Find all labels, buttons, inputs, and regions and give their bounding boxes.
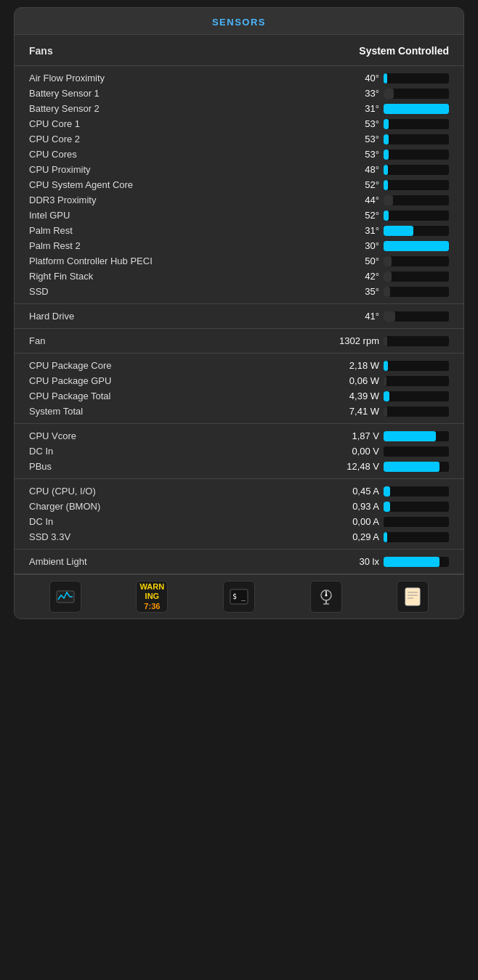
sensor-bar <box>384 195 449 205</box>
hard-drive-label: Hard Drive <box>29 311 328 322</box>
sensor-bar <box>384 287 449 297</box>
sensor-value: 4,39 W <box>328 391 379 401</box>
sensor-name: DDR3 Proximity <box>29 195 328 205</box>
fans-header: Fans System Controlled <box>15 39 463 61</box>
sensor-name: Platform Controller Hub PECI <box>29 256 328 266</box>
sensor-row: CPU Vcore 1,87 V <box>15 428 463 444</box>
fans-value: System Controlled <box>359 45 449 57</box>
activity-monitor-icon[interactable] <box>49 581 81 613</box>
sensor-value: 7,41 W <box>328 406 379 417</box>
sensor-name: CPU (CPU, I/O) <box>29 486 328 497</box>
sensor-bar <box>384 134 449 144</box>
sensor-value: 53° <box>328 118 379 129</box>
sensor-name: DC In <box>29 446 328 457</box>
title-bar: SENSORS <box>15 8 463 35</box>
app-title: SENSORS <box>212 17 266 28</box>
sensor-value: 53° <box>328 134 379 144</box>
ambient-label: Ambient Light <box>29 556 328 567</box>
terminal-icon[interactable]: $ _ <box>223 581 255 613</box>
sensor-name: System Total <box>29 406 328 417</box>
sensor-bar <box>384 226 449 236</box>
fans-section: Fans System Controlled <box>15 35 463 66</box>
sensor-row: Right Fin Stack 42° <box>15 269 463 284</box>
sensor-bar <box>384 407 449 417</box>
sensor-bar <box>384 104 449 114</box>
sensor-name: SSD 3.3V <box>29 531 328 542</box>
power-section: CPU Package Core 2,18 W CPU Package GPU … <box>15 354 463 424</box>
svg-text:$ _: $ _ <box>232 592 246 601</box>
bottom-toolbar: WARNING7:36$ _ <box>15 574 463 618</box>
sensor-value: 0,29 A <box>328 531 379 542</box>
sensor-bar <box>384 462 449 472</box>
sensor-value: 1,87 V <box>328 430 379 441</box>
sensor-row: Air Flow Proximity 40° <box>15 70 463 86</box>
sensor-bar <box>384 89 449 99</box>
console-icon[interactable]: WARNING7:36 <box>136 581 168 613</box>
instruments-icon[interactable] <box>310 581 342 613</box>
sensor-name: CPU Core 2 <box>29 134 328 144</box>
sensor-name: Intel GPU <box>29 210 328 221</box>
script-editor-icon[interactable] <box>397 581 429 613</box>
sensor-name: PBus <box>29 461 328 472</box>
sensor-row: Charger (BMON) 0,93 A <box>15 499 463 514</box>
sensor-name: CPU Proximity <box>29 164 328 175</box>
fan-label: Fan <box>29 335 328 346</box>
sensor-row: CPU Core 1 53° <box>15 116 463 131</box>
sensor-name: Right Fin Stack <box>29 271 328 282</box>
hard-drive-section: Hard Drive 41° <box>15 304 463 329</box>
sensor-row: DC In 0,00 A <box>15 514 463 529</box>
sensor-row: CPU Proximity 48° <box>15 162 463 177</box>
sensor-name: CPU Package Total <box>29 391 328 401</box>
sensor-row: SSD 35° <box>15 284 463 299</box>
sensor-name: CPU Package GPU <box>29 375 328 386</box>
sensor-value: 12,48 V <box>328 461 379 472</box>
sensor-name: Palm Rest 2 <box>29 240 328 251</box>
sensor-bar <box>384 165 449 175</box>
sensor-row: Palm Rest 2 30° <box>15 238 463 253</box>
sensor-name: CPU System Agent Core <box>29 179 328 190</box>
sensor-bar <box>384 446 449 457</box>
sensor-row: DC In 0,00 V <box>15 444 463 459</box>
voltage-section: CPU Vcore 1,87 V DC In 0,00 V PBus 12,48… <box>15 424 463 479</box>
hard-drive-value: 41° <box>328 311 379 322</box>
sensor-value: 48° <box>328 164 379 175</box>
sensor-bar <box>384 391 449 401</box>
sensor-bar <box>384 486 449 497</box>
sensor-value: 2,18 W <box>328 360 379 371</box>
sensor-name: CPU Cores <box>29 149 328 160</box>
fan-section: Fan 1302 rpm <box>15 329 463 354</box>
sensor-row: PBus 12,48 V <box>15 459 463 474</box>
sensor-bar <box>384 532 449 542</box>
sensor-row: Battery Sensor 1 33° <box>15 86 463 101</box>
sensor-bar <box>384 241 449 251</box>
sensor-row: CPU Cores 53° <box>15 147 463 162</box>
sensor-value: 42° <box>328 271 379 282</box>
sensor-value: 53° <box>328 149 379 160</box>
sensor-row: DDR3 Proximity 44° <box>15 192 463 208</box>
sensor-row: Intel GPU 52° <box>15 208 463 223</box>
sensor-value: 52° <box>328 179 379 190</box>
sensor-row: Palm Rest 31° <box>15 223 463 238</box>
svg-point-5 <box>325 595 327 597</box>
sensor-value: 40° <box>328 73 379 83</box>
sensor-name: CPU Core 1 <box>29 118 328 129</box>
fan-row: Fan 1302 rpm <box>15 333 463 348</box>
app-window: SENSORS Fans System Controlled Air Flow … <box>14 7 464 619</box>
sensor-value: 31° <box>328 103 379 114</box>
sensor-value: 35° <box>328 286 379 297</box>
sensor-row: CPU Package GPU 0,06 W <box>15 373 463 388</box>
sensor-value: 31° <box>328 225 379 236</box>
temperature-section: Air Flow Proximity 40° Battery Sensor 1 … <box>15 66 463 304</box>
sensor-row: CPU Package Core 2,18 W <box>15 358 463 373</box>
sensor-name: Air Flow Proximity <box>29 73 328 83</box>
sensor-name: Battery Sensor 1 <box>29 88 328 99</box>
sensor-bar <box>384 361 449 371</box>
sensor-name: SSD <box>29 286 328 297</box>
sensor-name: Palm Rest <box>29 225 328 236</box>
sensor-name: Battery Sensor 2 <box>29 103 328 114</box>
sensor-bar <box>384 431 449 441</box>
sensor-value: 0,00 V <box>328 446 379 457</box>
ambient-value: 30 lx <box>328 556 379 567</box>
sensor-value: 33° <box>328 88 379 99</box>
sensor-value: 0,45 A <box>328 486 379 497</box>
